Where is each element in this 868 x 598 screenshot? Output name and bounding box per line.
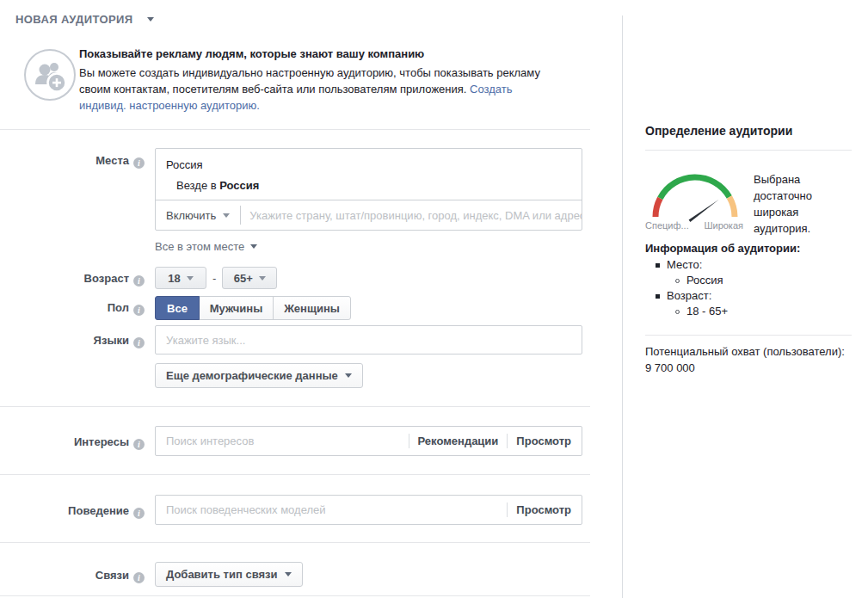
include-dropdown[interactable]: Включить xyxy=(166,209,230,222)
section-divider xyxy=(0,542,590,543)
intro-text: Показывайте рекламу людям, которые знают… xyxy=(79,46,561,114)
gauge-labels: Специф... Широкая xyxy=(645,220,743,231)
places-search-row: Включить xyxy=(156,200,582,230)
divider xyxy=(645,150,852,151)
location-scope-dropdown[interactable]: Все в этом месте xyxy=(155,240,257,253)
behaviors-search-box: Просмотр xyxy=(155,495,582,525)
info-icon[interactable] xyxy=(133,508,145,519)
audience-info-title: Информация об аудитории: xyxy=(645,242,800,255)
interests-label: Интересы xyxy=(0,436,145,450)
places-selected: Россия Везде в Россия xyxy=(156,149,582,200)
gauge-orange-segment xyxy=(729,197,735,217)
gauge-right-label: Широкая xyxy=(704,220,743,231)
list-item: Возраст: xyxy=(645,288,728,304)
section-divider xyxy=(0,595,590,596)
caret-down-icon xyxy=(250,244,257,249)
age-min-dropdown[interactable]: 18 xyxy=(155,267,206,289)
audience-title-dropdown[interactable]: НОВАЯ АУДИТОРИЯ xyxy=(15,13,154,26)
age-max-dropdown[interactable]: 65+ xyxy=(222,267,277,289)
gauge-message: Выбрана достаточно широкая аудитория. xyxy=(754,171,852,237)
add-connection-type-button[interactable]: Добавить тип связи xyxy=(155,562,303,587)
section-divider xyxy=(0,406,590,407)
square-bullet-icon xyxy=(656,294,660,299)
gender-option-men[interactable]: Мужчины xyxy=(199,296,274,320)
gauge-needle-icon xyxy=(689,200,719,222)
age-label: Возраст xyxy=(0,273,145,287)
places-scope: Везде в Россия xyxy=(166,179,571,192)
info-icon[interactable] xyxy=(133,275,145,287)
audience-gauge xyxy=(647,169,743,225)
behaviors-label: Поведение xyxy=(0,505,145,519)
audience-info-list: Место: Россия Возраст: 18 - 65+ xyxy=(645,257,728,319)
info-icon[interactable] xyxy=(133,337,145,348)
list-item: 18 - 65+ xyxy=(645,304,728,319)
gauge-left-label: Специф... xyxy=(645,220,689,231)
divider xyxy=(645,335,852,336)
caret-down-icon xyxy=(259,276,266,281)
divider xyxy=(507,502,508,517)
gender-label: Пол xyxy=(0,302,145,316)
divider xyxy=(409,434,409,448)
gender-option-all[interactable]: Все xyxy=(155,296,200,320)
gender-segmented-control: Все Мужчины Женщины xyxy=(155,296,351,320)
list-item: Место: xyxy=(645,257,728,273)
caret-down-icon xyxy=(345,373,352,378)
potential-reach-label: Потенциальный охват (пользователи): xyxy=(645,345,845,358)
intro-title: Показывайте рекламу людям, которые знают… xyxy=(79,46,561,62)
location-search-input[interactable] xyxy=(249,209,582,222)
info-icon[interactable] xyxy=(133,157,145,169)
circle-bullet-icon xyxy=(675,279,680,283)
audience-editor-page: НОВАЯ АУДИТОРИЯ Показывайте рекламу людя… xyxy=(0,0,868,598)
age-row: 18 - 65+ xyxy=(155,267,277,289)
browse-link[interactable]: Просмотр xyxy=(516,503,571,516)
age-range-separator: - xyxy=(212,272,216,285)
more-demographics-button[interactable]: Еще демографические данные xyxy=(155,363,363,388)
section-divider xyxy=(0,129,590,130)
potential-reach-value: 9 700 000 xyxy=(645,361,695,374)
info-icon[interactable] xyxy=(133,572,145,583)
places-box: Россия Везде в Россия Включить xyxy=(155,148,582,231)
audience-title: НОВАЯ АУДИТОРИЯ xyxy=(15,13,133,26)
audience-definition-title: Определение аудитории xyxy=(645,124,792,138)
list-item: Россия xyxy=(645,273,728,288)
square-bullet-icon xyxy=(656,263,660,268)
add-people-icon xyxy=(23,48,77,105)
browse-link[interactable]: Просмотр xyxy=(516,435,571,447)
gender-option-women[interactable]: Женщины xyxy=(273,296,351,320)
gauge-red-segment xyxy=(656,198,660,217)
info-icon[interactable] xyxy=(133,305,145,316)
divider xyxy=(507,434,508,448)
caret-down-icon xyxy=(147,17,154,22)
suggestions-link[interactable]: Рекомендации xyxy=(418,435,499,447)
info-icon[interactable] xyxy=(133,439,145,450)
languages-label: Языки xyxy=(0,335,145,348)
gauge-green-segment xyxy=(660,177,729,198)
divider xyxy=(240,206,241,225)
behaviors-search-input[interactable] xyxy=(156,503,498,516)
interests-search-box: Рекомендации Просмотр xyxy=(155,426,582,456)
intro-body: Вы можете создать индивидуально настроен… xyxy=(79,65,548,114)
interests-search-input[interactable] xyxy=(156,435,400,447)
section-divider xyxy=(0,474,590,475)
connections-label: Связи xyxy=(0,570,145,583)
language-input[interactable] xyxy=(155,325,582,354)
caret-down-icon xyxy=(285,572,292,576)
places-selected-country: Россия xyxy=(166,158,571,171)
circle-bullet-icon xyxy=(675,310,680,314)
places-label: Места xyxy=(0,155,145,169)
caret-down-icon xyxy=(187,276,194,281)
sidebar-divider xyxy=(622,15,623,598)
caret-down-icon xyxy=(223,213,230,218)
